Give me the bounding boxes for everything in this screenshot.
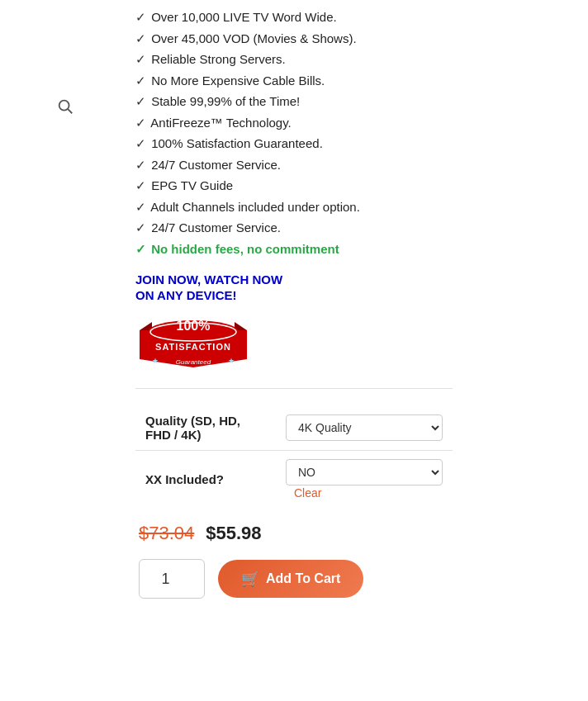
feature-item: ✓ Adult Channels included under option. <box>135 197 453 218</box>
quality-select-cell: 4K Quality FHD Quality HD Quality SD Qua… <box>276 405 453 451</box>
quantity-input[interactable] <box>147 571 197 588</box>
price-row: $73.04 $55.98 <box>135 523 453 544</box>
add-to-cart-label: Add To Cart <box>266 571 340 586</box>
feature-item: ✓ Stable 99,99% of the Time! <box>135 91 453 112</box>
feature-item: ✓ 24/7 Customer Service. <box>135 217 453 239</box>
satisfaction-badge: 100% SATISFACTION ★ ★ Guaranteed <box>135 314 453 372</box>
feature-item-green: ✓ No hidden fees, no commitment <box>135 239 453 260</box>
xx-select[interactable]: NO YES <box>286 459 443 485</box>
new-price: $55.98 <box>206 523 261 544</box>
add-to-cart-button[interactable]: 🛒 Add To Cart <box>218 560 363 598</box>
feature-item: ✓ Reliable Strong Servers. <box>135 49 453 70</box>
features-list: ✓ Over 10,000 LIVE TV Word Wide. ✓ Over … <box>135 7 453 259</box>
feature-item: ✓ EPG TV Guide <box>135 175 453 197</box>
quality-row: Quality (SD, HD, FHD / 4K) 4K Quality FH… <box>135 405 453 451</box>
feature-item: ✓ Over 45,000 VOD (Movies & Shows). <box>135 28 453 50</box>
svg-point-0 <box>59 101 69 111</box>
feature-item: ✓ No More Expensive Cable Bills. <box>135 70 453 92</box>
svg-text:Guaranteed: Guaranteed <box>176 358 211 366</box>
svg-text:★: ★ <box>152 357 159 365</box>
section-divider <box>135 388 453 389</box>
join-now-link[interactable]: JOIN NOW, WATCH NOW <box>135 272 453 287</box>
feature-item: ✓ AntiFreeze™ Technology. <box>135 112 453 134</box>
feature-item: ✓ Over 10,000 LIVE TV Word Wide. <box>135 7 453 28</box>
svg-text:★: ★ <box>228 357 235 365</box>
quality-label: Quality (SD, HD, FHD / 4K) <box>135 405 276 451</box>
old-price: $73.04 <box>139 523 194 544</box>
svg-text:100%: 100% <box>177 319 211 333</box>
quantity-box <box>139 559 205 599</box>
feature-item: ✓ 24/7 Customer Service. <box>135 154 453 176</box>
clear-link[interactable]: Clear <box>294 486 321 500</box>
xx-row: XX Included? NO YES Clear <box>135 451 453 509</box>
quality-select[interactable]: 4K Quality FHD Quality HD Quality SD Qua… <box>286 414 443 441</box>
cart-row: 🛒 Add To Cart <box>135 559 453 599</box>
cart-icon: 🛒 <box>241 570 259 588</box>
main-content: ✓ Over 10,000 LIVE TV Word Wide. ✓ Over … <box>0 0 588 632</box>
search-icon-container[interactable] <box>56 97 74 119</box>
on-any-device-link[interactable]: ON ANY DEVICE! <box>135 288 453 302</box>
xx-label: XX Included? <box>135 451 276 509</box>
svg-text:SATISFACTION: SATISFACTION <box>155 342 231 352</box>
xx-select-cell: NO YES Clear <box>276 451 453 509</box>
feature-item: ✓ 100% Satisfaction Guaranteed. <box>135 133 453 154</box>
options-table: Quality (SD, HD, FHD / 4K) 4K Quality FH… <box>135 405 453 508</box>
search-icon[interactable] <box>56 97 74 116</box>
svg-line-1 <box>68 109 72 113</box>
